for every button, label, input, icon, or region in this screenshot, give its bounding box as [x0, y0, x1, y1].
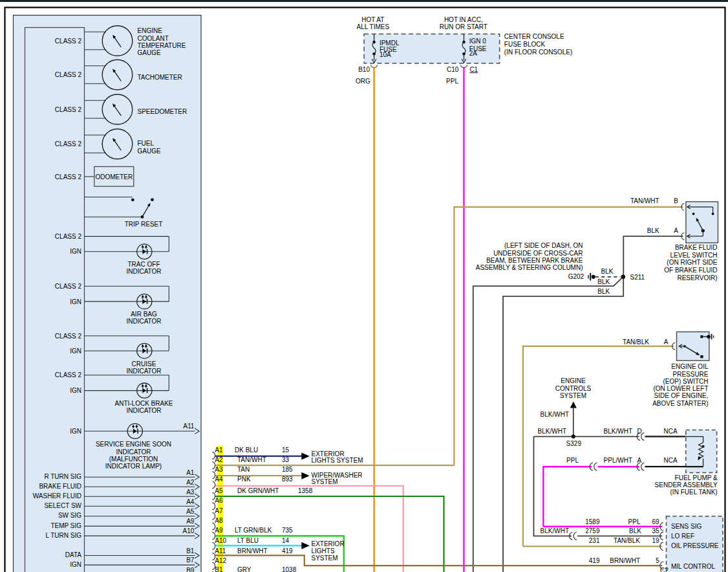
- svg-text:(ON LOWER LEFT: (ON LOWER LEFT: [653, 385, 708, 392]
- svg-text:IGN: IGN: [70, 347, 81, 355]
- svg-text:A10: A10: [215, 537, 226, 544]
- svg-text:SPEEDOMETER: SPEEDOMETER: [138, 108, 187, 115]
- svg-text:B1: B1: [215, 566, 223, 572]
- svg-text:IGN: IGN: [70, 387, 81, 394]
- svg-text:LIGHTS SYSTEM: LIGHTS SYSTEM: [312, 457, 363, 464]
- svg-text:TAN/WHT: TAN/WHT: [237, 456, 266, 463]
- svg-text:IGN: IGN: [70, 248, 81, 255]
- svg-text:SYSTEM: SYSTEM: [560, 392, 586, 399]
- svg-text:B: B: [674, 197, 678, 204]
- svg-text:TEMPERATURE: TEMPERATURE: [138, 42, 186, 49]
- svg-text:BLK: BLK: [601, 268, 614, 275]
- svg-text:LIGHTS: LIGHTS: [312, 547, 335, 555]
- svg-text:ALL TIMES: ALL TIMES: [357, 23, 390, 30]
- svg-text:33: 33: [282, 456, 290, 463]
- svg-text:UNDERSIDE OF CROSS-CAR: UNDERSIDE OF CROSS-CAR: [493, 250, 583, 257]
- svg-text:WASHER FLUID: WASHER FLUID: [33, 492, 81, 500]
- svg-text:CLASS 2: CLASS 2: [55, 106, 82, 113]
- svg-text:CLASS 2: CLASS 2: [55, 371, 82, 379]
- svg-text:PPL/WHT: PPL/WHT: [604, 457, 632, 464]
- svg-text:ENGINE OIL: ENGINE OIL: [671, 363, 709, 370]
- svg-text:LT BLU: LT BLU: [237, 537, 259, 544]
- svg-text:ENGINE: ENGINE: [561, 377, 586, 384]
- svg-text:A4: A4: [215, 476, 223, 483]
- svg-text:A11: A11: [183, 423, 194, 430]
- svg-text:BLK/WHT: BLK/WHT: [604, 428, 632, 435]
- svg-text:R TURN SIG: R TURN SIG: [44, 473, 81, 480]
- svg-text:A8: A8: [215, 517, 223, 524]
- svg-text:LEVEL SWITCH: LEVEL SWITCH: [670, 252, 718, 259]
- svg-text:A: A: [637, 457, 642, 464]
- svg-text:NCA: NCA: [663, 457, 677, 464]
- svg-text:EXTERIOR: EXTERIOR: [312, 540, 345, 547]
- svg-text:IGN: IGN: [70, 428, 81, 435]
- svg-text:GAUGE: GAUGE: [138, 49, 161, 56]
- svg-text:BLK: BLK: [629, 527, 641, 534]
- svg-text:5: 5: [656, 557, 659, 564]
- svg-text:CLASS 2: CLASS 2: [55, 283, 82, 290]
- svg-text:A1: A1: [215, 446, 223, 454]
- svg-text:1358: 1358: [298, 487, 313, 494]
- svg-text:69: 69: [652, 518, 660, 525]
- svg-text:2A: 2A: [469, 50, 478, 57]
- svg-text:COOLANT: COOLANT: [138, 35, 169, 42]
- svg-text:SENS SIG: SENS SIG: [671, 523, 701, 530]
- svg-text:BEAM, BETWEEN PARK BRAKE: BEAM, BETWEEN PARK BRAKE: [486, 257, 583, 264]
- svg-text:INDICATOR: INDICATOR: [126, 407, 161, 414]
- svg-text:A5: A5: [186, 508, 195, 515]
- svg-text:A9: A9: [215, 527, 223, 534]
- svg-text:C10: C10: [447, 66, 459, 73]
- svg-text:TRAC OFF: TRAC OFF: [128, 261, 160, 268]
- svg-text:A: A: [664, 338, 669, 346]
- svg-text:SW SIG: SW SIG: [58, 512, 81, 519]
- svg-text:B9: B9: [186, 567, 195, 572]
- svg-text:SYSTEM: SYSTEM: [312, 555, 338, 562]
- svg-text:A12: A12: [215, 557, 226, 564]
- svg-text:LO REF: LO REF: [671, 533, 694, 540]
- svg-text:SENDER ASSEMBLY: SENDER ASSEMBLY: [655, 481, 718, 489]
- svg-text:OIL PRESSURE: OIL PRESSURE: [671, 542, 719, 549]
- svg-text:BRAKE FLUID: BRAKE FLUID: [39, 483, 81, 490]
- svg-text:FUEL PUMP &: FUEL PUMP &: [675, 474, 718, 481]
- svg-text:A2: A2: [215, 456, 223, 463]
- svg-text:ASSEMBLY & STEERING COLUMN): ASSEMBLY & STEERING COLUMN): [476, 264, 583, 271]
- svg-text:TAN/BLK: TAN/BLK: [614, 537, 640, 544]
- svg-text:19: 19: [652, 537, 660, 544]
- svg-text:CLASS 2: CLASS 2: [55, 140, 82, 148]
- svg-text:OF BRAKE FLUID: OF BRAKE FLUID: [664, 267, 717, 274]
- svg-text:TAN/WHT: TAN/WHT: [630, 197, 659, 204]
- svg-text:PPL: PPL: [628, 518, 641, 525]
- svg-text:PNK: PNK: [237, 476, 251, 483]
- svg-text:185: 185: [282, 466, 293, 473]
- svg-text:BLK: BLK: [597, 288, 610, 295]
- svg-text:GAUGE: GAUGE: [138, 148, 161, 155]
- svg-text:PPL: PPL: [566, 457, 579, 464]
- svg-text:ORG: ORG: [356, 78, 370, 85]
- svg-text:1038: 1038: [282, 566, 297, 572]
- svg-text:2759: 2759: [585, 527, 600, 534]
- svg-text:TRIP RESET: TRIP RESET: [125, 221, 163, 228]
- svg-text:FUSE BLOCK: FUSE BLOCK: [504, 41, 546, 48]
- svg-text:14: 14: [282, 537, 290, 544]
- svg-text:CLASS 2: CLASS 2: [55, 71, 82, 78]
- svg-text:(IN FUEL TANK): (IN FUEL TANK): [670, 489, 718, 496]
- svg-text:231: 231: [589, 537, 600, 544]
- svg-text:B1: B1: [186, 547, 195, 555]
- svg-text:SERVICE ENGINE SOON: SERVICE ENGINE SOON: [96, 441, 171, 448]
- svg-text:35: 35: [652, 527, 660, 534]
- svg-text:BRN/WHT: BRN/WHT: [610, 557, 640, 564]
- svg-text:BRN/WHT: BRN/WHT: [237, 547, 268, 555]
- svg-text:C2: C2: [660, 567, 669, 572]
- svg-text:419: 419: [282, 547, 293, 555]
- svg-text:ODOMETER: ODOMETER: [95, 173, 133, 181]
- svg-text:SYSTEM: SYSTEM: [312, 478, 338, 485]
- svg-text:BLK/WHT: BLK/WHT: [538, 428, 566, 435]
- svg-text:B7: B7: [186, 556, 195, 564]
- svg-text:IGN 0: IGN 0: [469, 38, 487, 45]
- svg-text:419: 419: [589, 557, 600, 564]
- svg-text:IGN: IGN: [70, 298, 81, 305]
- svg-text:AIR BAG: AIR BAG: [131, 311, 157, 318]
- svg-text:S329: S329: [566, 440, 582, 447]
- svg-text:BLK: BLK: [647, 227, 659, 234]
- svg-text:TAN/BLK: TAN/BLK: [623, 338, 649, 346]
